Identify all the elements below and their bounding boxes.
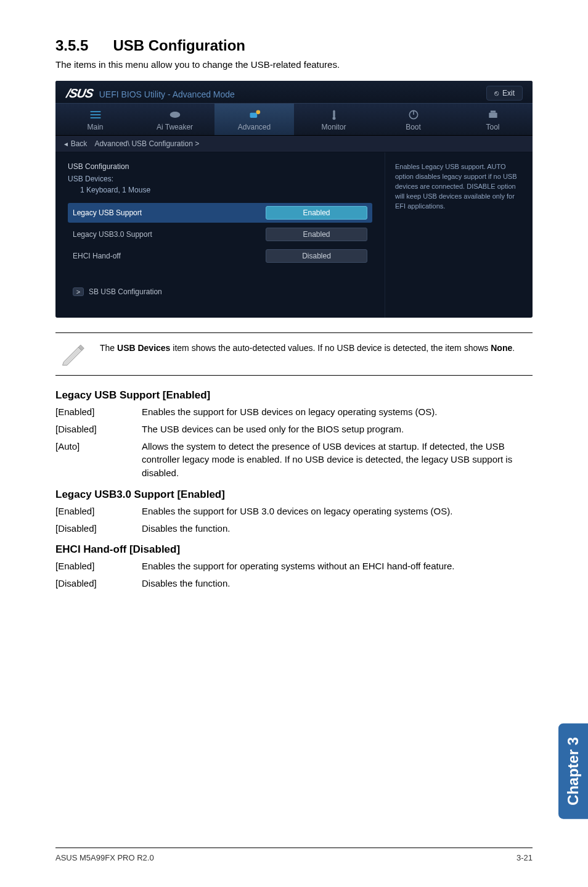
back-button[interactable]: Back [63, 139, 87, 148]
option-key: [Disabled] [55, 577, 142, 590]
option-value: Disables the function. [142, 577, 533, 590]
bios-logo-area: /SUS UEFI BIOS Utility - Advanced Mode [67, 86, 235, 101]
tab-monitor-label: Monitor [294, 123, 374, 131]
list-item: [Disabled] The USB devices can be used o… [55, 423, 533, 436]
list-item: [Disabled] Disables the function. [55, 522, 533, 535]
svg-rect-11 [490, 110, 495, 112]
option-key: [Disabled] [55, 423, 142, 436]
usb-devices-value: 1 Keyboard, 1 Mouse [80, 186, 372, 194]
option-key: [Enabled] [55, 559, 142, 573]
heading-ehci: EHCI Hand-off [Disabled] [55, 543, 533, 556]
option-key: [Auto] [55, 440, 142, 480]
tweaker-icon [135, 109, 214, 121]
tab-advanced-label: Advanced [214, 123, 294, 131]
section-title-text: USB Configuration [113, 37, 245, 54]
footer-right: 3-21 [517, 853, 533, 862]
advanced-icon [214, 109, 294, 121]
note-text: The USB Devices item shows the auto-dete… [100, 339, 515, 354]
option-value: Enables the support for USB devices on l… [142, 405, 533, 419]
note-bold2: None [491, 343, 512, 353]
intro-paragraph: The items in this menu allow you to chan… [55, 59, 533, 70]
tab-boot[interactable]: Boot [374, 104, 453, 135]
row-ehci-label: EHCI Hand-off [73, 252, 266, 260]
svg-point-7 [332, 117, 335, 120]
help-text: Enables Legacy USB support. AUTO option … [395, 163, 517, 210]
sb-usb-label: SB USB Configuration [89, 287, 162, 296]
list-item: [Enabled] Enables the support for USB de… [55, 405, 533, 419]
exit-label: Exit [502, 89, 515, 97]
tool-icon [453, 109, 533, 121]
heading-legacy-usb3: Legacy USB3.0 Support [Enabled] [55, 489, 533, 501]
row-legacy-usb3-label: Legacy USB3.0 Support [73, 230, 266, 239]
bios-main-panel: USB Configuration USB Devices: 1 Keyboar… [55, 152, 385, 318]
bios-mode-title: UEFI BIOS Utility - Advanced Mode [99, 89, 235, 99]
option-value: Enables the support for USB 3.0 devices … [142, 505, 533, 518]
breadcrumb-path: Advanced\ USB Configuration > [94, 139, 199, 148]
breadcrumb: Back Advanced\ USB Configuration > [55, 136, 533, 152]
note-prefix: The [100, 343, 117, 353]
tab-tool-label: Tool [453, 123, 533, 131]
row-ehci-value[interactable]: Disabled [266, 249, 367, 263]
row-legacy-usb[interactable]: Legacy USB Support Enabled [68, 203, 372, 223]
row-sb-usb-config[interactable]: >SB USB Configuration [68, 284, 372, 299]
asus-logo: /SUS [65, 86, 94, 101]
boot-icon [374, 109, 453, 121]
section-number: 3.5.5 [55, 37, 88, 54]
tab-tool[interactable]: Tool [453, 104, 533, 135]
exit-button[interactable]: ⎋ Exit [486, 86, 523, 101]
row-legacy-usb3[interactable]: Legacy USB3.0 Support Enabled [68, 225, 372, 244]
note-mid: item shows the auto-detected values. If … [170, 343, 491, 353]
svg-point-5 [256, 110, 260, 115]
svg-point-3 [169, 112, 180, 118]
bios-tabs: Main Ai Tweaker Advanced Monitor [55, 103, 533, 136]
svg-rect-2 [90, 117, 100, 118]
tab-advanced[interactable]: Advanced [214, 104, 294, 135]
option-key: [Disabled] [55, 522, 142, 535]
option-value: Enables the support for operating system… [142, 559, 533, 573]
tab-tweaker-label: Ai Tweaker [135, 123, 214, 131]
note-bold1: USB Devices [117, 343, 170, 353]
svg-rect-4 [250, 113, 257, 118]
heading-legacy-usb: Legacy USB Support [Enabled] [55, 389, 533, 402]
svg-rect-0 [90, 111, 100, 112]
tab-monitor[interactable]: Monitor [294, 104, 374, 135]
svg-rect-1 [90, 114, 100, 115]
svg-rect-10 [489, 113, 497, 118]
pencil-icon [59, 339, 86, 369]
note-suffix: . [512, 343, 515, 353]
row-legacy-usb-label: Legacy USB Support [73, 208, 266, 217]
tab-boot-label: Boot [374, 123, 453, 131]
monitor-icon [294, 109, 374, 121]
option-key: [Enabled] [55, 405, 142, 419]
bios-screenshot: /SUS UEFI BIOS Utility - Advanced Mode ⎋… [55, 81, 533, 318]
option-value: Allows the system to detect the presence… [142, 440, 533, 480]
row-legacy-usb3-value[interactable]: Enabled [266, 228, 367, 241]
chapter-side-tab: Chapter 3 [558, 724, 588, 819]
chevron-right-icon: > [73, 287, 84, 296]
row-legacy-usb-value[interactable]: Enabled [266, 206, 367, 220]
svg-rect-6 [333, 110, 335, 118]
option-key: [Enabled] [55, 505, 142, 518]
list-item: [Auto] Allows the system to detect the p… [55, 440, 533, 480]
bios-body: USB Configuration USB Devices: 1 Keyboar… [55, 152, 533, 318]
usb-devices-label: USB Devices: [68, 175, 372, 183]
list-item: [Enabled] Enables the support for operat… [55, 559, 533, 573]
option-value: Disables the function. [142, 522, 533, 535]
option-value: The USB devices can be used only for the… [142, 423, 533, 436]
bios-header: /SUS UEFI BIOS Utility - Advanced Mode ⎋… [55, 81, 533, 103]
tab-main[interactable]: Main [55, 104, 135, 135]
row-ehci[interactable]: EHCI Hand-off Disabled [68, 246, 372, 266]
main-icon [55, 109, 135, 121]
exit-icon: ⎋ [494, 89, 499, 97]
list-item: [Disabled] Disables the function. [55, 577, 533, 590]
footer-left: ASUS M5A99FX PRO R2.0 [55, 853, 154, 862]
config-title: USB Configuration [68, 162, 372, 171]
tab-ai-tweaker[interactable]: Ai Tweaker [135, 104, 214, 135]
list-item: [Enabled] Enables the support for USB 3.… [55, 505, 533, 518]
tab-main-label: Main [55, 123, 135, 131]
section-heading: 3.5.5USB Configuration [55, 37, 533, 54]
note-callout: The USB Devices item shows the auto-dete… [55, 332, 533, 376]
bios-help-panel: Enables Legacy USB support. AUTO option … [385, 152, 533, 318]
page-footer: ASUS M5A99FX PRO R2.0 3-21 [55, 848, 533, 862]
